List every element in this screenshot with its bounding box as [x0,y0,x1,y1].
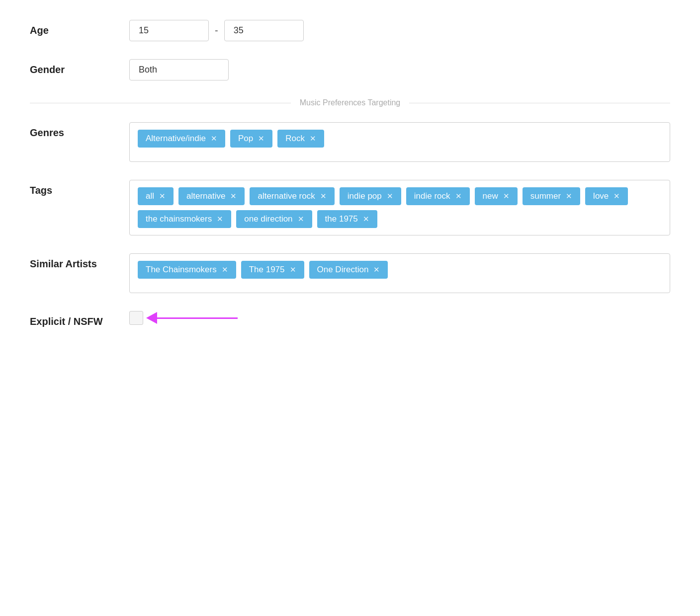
genre-chip-close[interactable]: ✕ [258,134,264,143]
similar-artists-row: Similar Artists The Chainsmokers✕The 197… [30,253,670,293]
tag-chip-close[interactable]: ✕ [159,192,166,201]
explicit-label: Explicit / NSFW [30,311,129,327]
explicit-row: Explicit / NSFW [30,311,670,327]
tag-chip-close[interactable]: ✕ [613,192,620,201]
gender-input[interactable] [129,59,229,80]
similar-artists-control: The Chainsmokers✕The 1975✕One Direction✕ [129,253,670,293]
tag-chip-label: summer [530,191,561,201]
gender-control [129,59,670,80]
age-row: Age - [30,20,670,41]
artist-chip-close[interactable]: ✕ [373,265,380,274]
tag-chip-label: all [146,191,154,201]
age-separator: - [215,25,218,36]
genres-tags-box[interactable]: Alternative/indie✕Pop✕Rock✕ [129,122,670,162]
artist-chip-label: The Chainsmokers [146,265,217,275]
artist-chip-artist-one-direction[interactable]: One Direction✕ [309,261,388,279]
nsfw-checkbox[interactable] [129,311,143,325]
tags-box[interactable]: all✕alternative✕alternative rock✕indie p… [129,180,670,235]
explicit-control [129,311,670,325]
artist-chip-artist-chainsmokers[interactable]: The Chainsmokers✕ [138,261,236,279]
artist-chip-close[interactable]: ✕ [290,265,296,274]
artist-chip-artist-1975[interactable]: The 1975✕ [241,261,304,279]
tag-chip-label: love [593,191,609,201]
genre-chip-rock[interactable]: Rock✕ [277,130,324,148]
tag-chip-label: indie rock [414,191,450,201]
similar-artists-label: Similar Artists [30,253,129,270]
tag-chip-tag-the-chainsmokers[interactable]: the chainsmokers✕ [138,210,231,228]
genres-row: Genres Alternative/indie✕Pop✕Rock✕ [30,122,670,162]
tag-chip-label: new [483,191,498,201]
section-divider-label: Music Preferences Targeting [291,98,409,107]
tag-chip-label: one direction [244,214,292,224]
tag-chip-label: alternative [186,191,225,201]
tag-chip-close[interactable]: ✕ [230,192,237,201]
gender-row: Gender [30,59,670,80]
tag-chip-tag-indie-pop[interactable]: indie pop✕ [340,187,401,205]
tag-chip-tag-new[interactable]: new✕ [475,187,518,205]
genre-chip-label: Pop [238,134,253,144]
artist-chip-label: One Direction [317,265,369,275]
tag-chip-tag-the-1975[interactable]: the 1975✕ [317,210,377,228]
tag-chip-close[interactable]: ✕ [566,192,572,201]
tag-chip-close[interactable]: ✕ [387,192,393,201]
age-inputs: - [129,20,670,41]
artist-chip-close[interactable]: ✕ [222,265,228,274]
tag-chip-tag-alternative[interactable]: alternative✕ [178,187,245,205]
tag-chip-tag-love[interactable]: love✕ [585,187,628,205]
tag-chip-tag-alternative-rock[interactable]: alternative rock✕ [250,187,334,205]
age-max-input[interactable] [224,20,304,41]
similar-artists-tags-box[interactable]: The Chainsmokers✕The 1975✕One Direction✕ [129,253,670,293]
artist-chip-label: The 1975 [249,265,285,275]
genre-chip-close[interactable]: ✕ [211,134,217,143]
tag-chip-close[interactable]: ✕ [503,192,510,201]
tag-chip-close[interactable]: ✕ [455,192,462,201]
tag-chip-label: the chainsmokers [146,214,212,224]
tag-chip-close[interactable]: ✕ [320,192,327,201]
genres-label: Genres [30,122,129,139]
tag-chip-close[interactable]: ✕ [363,215,369,224]
section-divider: Music Preferences Targeting [30,98,670,107]
tag-chip-label: indie pop [348,191,382,201]
genre-chip-alternative-indie[interactable]: Alternative/indie✕ [138,130,225,148]
genres-control: Alternative/indie✕Pop✕Rock✕ [129,122,670,162]
tag-chip-tag-all[interactable]: all✕ [138,187,174,205]
age-label: Age [30,20,129,36]
gender-label: Gender [30,59,129,76]
tag-chip-tag-summer[interactable]: summer✕ [523,187,580,205]
genre-chip-label: Rock [285,134,305,144]
genre-chip-pop[interactable]: Pop✕ [230,130,272,148]
age-min-input[interactable] [129,20,209,41]
tag-chip-close[interactable]: ✕ [298,215,304,224]
tag-chip-label: alternative rock [258,191,315,201]
tags-control: all✕alternative✕alternative rock✕indie p… [129,180,670,235]
arrow-line [148,317,238,319]
tag-chip-close[interactable]: ✕ [217,215,223,224]
arrow-head [146,312,157,324]
genre-chip-label: Alternative/indie [146,134,206,144]
tags-row: Tags all✕alternative✕alternative rock✕in… [30,180,670,235]
tag-chip-label: the 1975 [325,214,358,224]
tag-chip-tag-indie-rock[interactable]: indie rock✕ [406,187,470,205]
arrow-container [148,317,238,319]
tags-label: Tags [30,180,129,196]
tag-chip-tag-one-direction[interactable]: one direction✕ [236,210,312,228]
genre-chip-close[interactable]: ✕ [310,134,316,143]
